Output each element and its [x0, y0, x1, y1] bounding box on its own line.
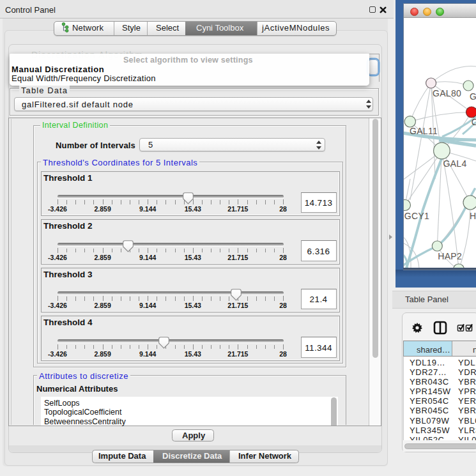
- svg-text:GAL11: GAL11: [410, 126, 438, 136]
- svg-text:GA: GA: [470, 91, 476, 102]
- svg-text:GCY1: GCY1: [404, 211, 429, 221]
- svg-text:C: C: [472, 117, 476, 127]
- svg-text:HAP2: HAP2: [438, 251, 462, 261]
- svg-text:GAL80: GAL80: [433, 88, 461, 98]
- svg-text:H: H: [470, 211, 476, 221]
- svg-text:GAL4: GAL4: [443, 158, 467, 169]
